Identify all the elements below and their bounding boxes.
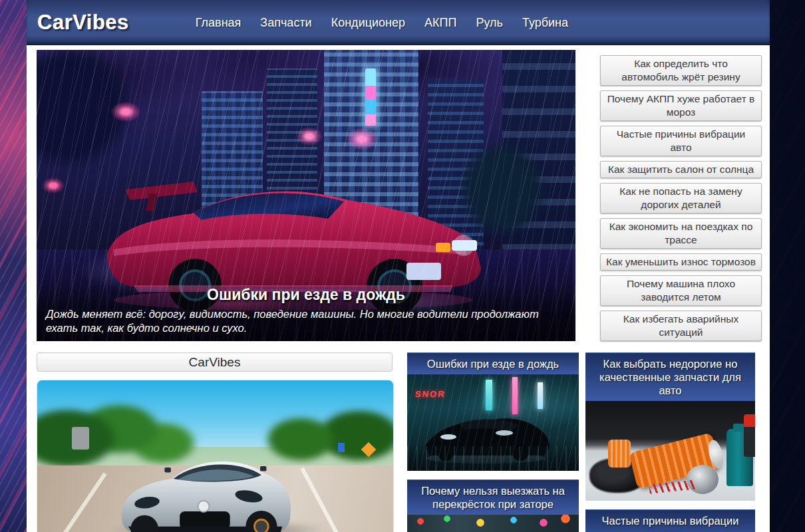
rain-overlay — [407, 374, 579, 471]
card-cheap-parts[interactable]: Как выбрать недорогие но качественные за… — [585, 352, 755, 501]
photo-road-sign-blue — [338, 443, 345, 452]
card-image-night-car: SNOR — [407, 374, 579, 471]
section-header: CarVibes — [37, 352, 393, 372]
oil-jug-cap — [733, 424, 744, 432]
hero-caption: Ошибки при езде в дождь Дождь меняет всё… — [37, 283, 575, 341]
photo-silver-car — [97, 432, 310, 532]
sidebar-link-summer-start[interactable]: Почему машина плохо заводится летом — [600, 275, 762, 306]
sidebar-link-tyre-wear[interactable]: Как определить что автомобиль жрёт резин… — [600, 55, 762, 86]
card-image-auto-parts — [585, 401, 755, 501]
sidebar-link-expensive-parts[interactable]: Как не попасть на замену дорогих деталей — [600, 183, 762, 213]
page-container: CarVibes Главная Запчасти Кондиционер АК… — [27, 0, 770, 532]
nav-item-turbina[interactable]: Турбина — [522, 16, 568, 30]
card-title[interactable]: Ошибки при езде в дождь — [407, 352, 579, 374]
sidebar-link-avoid-accidents[interactable]: Как избегать аварийных ситуаций — [600, 311, 762, 341]
nav-item-akpp[interactable]: АКПП — [424, 16, 456, 30]
sidebar-link-highway-economy[interactable]: Как экономить на поездках по трассе — [600, 218, 762, 249]
left-column: CarVibes — [37, 352, 393, 532]
hero-article-image[interactable]: Ошибки при езде в дождь Дождь меняет всё… — [37, 50, 575, 341]
sidebar-link-vibration[interactable]: Частые причины вибрации авто — [600, 126, 762, 156]
content-area: Ошибки при езде в дождь Дождь меняет всё… — [27, 45, 770, 532]
main-nav: Главная Запчасти Кондиционер АКПП Руль Т… — [196, 16, 568, 30]
right-column: Как выбрать недорогие но качественные за… — [585, 352, 755, 532]
card-title[interactable]: Почему нельзя выезжать на перекрёсток пр… — [407, 479, 579, 515]
highway-car-photo[interactable] — [37, 380, 394, 532]
nav-item-rul[interactable]: Руль — [476, 16, 503, 30]
nav-item-zapchasti[interactable]: Запчасти — [260, 16, 311, 30]
card-vibration-causes[interactable]: Частые причины вибрации авто — [585, 509, 755, 532]
sidebar-link-brake-wear[interactable]: Как уменьшить износ тормозов — [600, 253, 762, 271]
sidebar-link-akpp-frost[interactable]: Почему АКПП хуже работает в мороз — [600, 90, 762, 121]
sidebar-link-sun-protect[interactable]: Как защитить салон от солнца — [600, 161, 762, 178]
additive-bottle — [744, 414, 755, 457]
card-intersection-jam[interactable]: Почему нельзя выезжать на перекрёсток пр… — [407, 479, 579, 532]
hero-subtitle: Дождь меняет всё: дорогу, видимость, пов… — [46, 307, 566, 335]
photo-road-sign — [72, 427, 89, 450]
site-logo[interactable]: CarVibes — [37, 11, 129, 35]
top-navigation-bar: CarVibes Главная Запчасти Кондиционер АК… — [27, 0, 770, 45]
card-image-intersection — [407, 515, 579, 532]
nav-item-glavnaya[interactable]: Главная — [196, 16, 242, 30]
nav-item-konditsioner[interactable]: Кондиционер — [331, 16, 405, 30]
hero-title: Ошибки при езде в дождь — [46, 286, 566, 304]
card-title[interactable]: Частые причины вибрации авто — [585, 509, 755, 532]
hero-row: Ошибки при езде в дождь Дождь меняет всё… — [37, 50, 762, 341]
middle-column: Ошибки при езде в дождь SNOR — [407, 352, 579, 532]
small-oil-filter — [608, 440, 631, 467]
sidebar-article-links: Как определить что автомобиль жрёт резин… — [600, 55, 762, 341]
lower-row: CarVibes — [37, 352, 762, 532]
card-title[interactable]: Как выбрать недорогие но качественные за… — [585, 352, 755, 401]
card-rain-driving[interactable]: Ошибки при езде в дождь SNOR — [407, 352, 579, 471]
